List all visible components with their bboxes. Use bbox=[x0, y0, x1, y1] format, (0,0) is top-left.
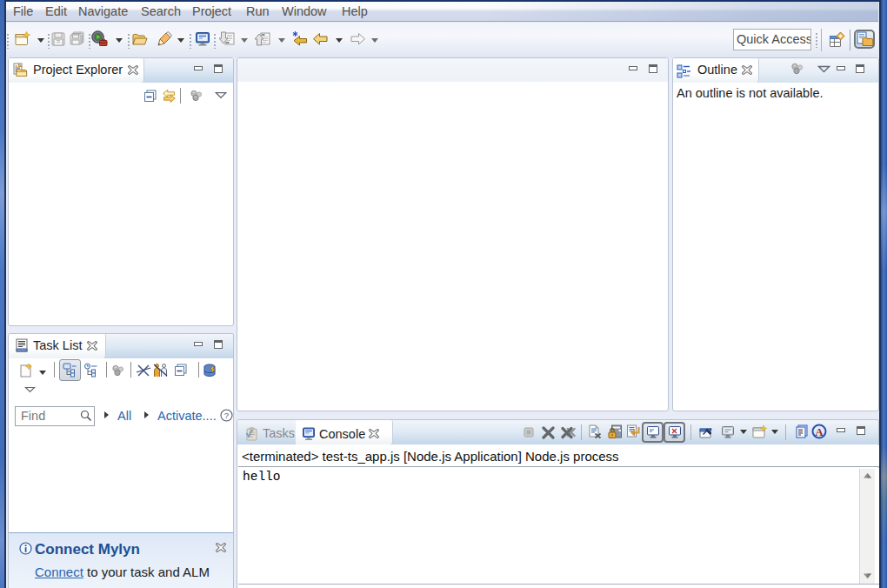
svg-text:?: ? bbox=[224, 411, 229, 420]
svg-text:A: A bbox=[815, 425, 824, 438]
